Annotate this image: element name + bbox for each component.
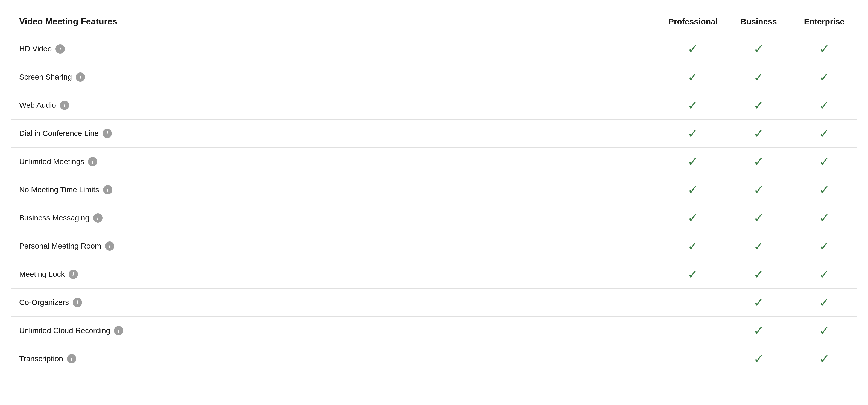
table-row: Transcriptioni✓✓ [11, 345, 857, 373]
business-check-web-audio: ✓ [726, 91, 792, 120]
professional-check-unlimited-cloud-recording [660, 317, 726, 345]
feature-cell-hd-video: HD Videoi [11, 35, 660, 63]
table-row: Unlimited Cloud Recordingi✓✓ [11, 317, 857, 345]
feature-label-hd-video: HD Video [19, 44, 52, 53]
info-icon-no-meeting-time-limits[interactable]: i [103, 185, 112, 194]
business-check-co-organizers: ✓ [726, 288, 792, 317]
business-check-screen-sharing: ✓ [726, 63, 792, 91]
professional-check-personal-meeting-room: ✓ [660, 232, 726, 260]
professional-check-dial-in-conference-line: ✓ [660, 120, 726, 148]
info-icon-unlimited-cloud-recording[interactable]: i [114, 326, 123, 335]
business-check-unlimited-meetings: ✓ [726, 148, 792, 176]
table-row: Co-Organizersi✓✓ [11, 288, 857, 317]
feature-label-unlimited-meetings: Unlimited Meetings [19, 157, 84, 166]
feature-cell-dial-in-conference-line: Dial in Conference Linei [11, 120, 660, 148]
business-check-business-messaging: ✓ [726, 204, 792, 232]
feature-cell-business-messaging: Business Messagingi [11, 204, 660, 232]
column-header-business: Business [726, 11, 792, 35]
feature-label-business-messaging: Business Messaging [19, 214, 89, 222]
business-check-transcription: ✓ [726, 345, 792, 373]
column-header-features: Video Meeting Features [11, 11, 660, 35]
business-check-unlimited-cloud-recording: ✓ [726, 317, 792, 345]
info-icon-personal-meeting-room[interactable]: i [105, 242, 114, 251]
feature-cell-no-meeting-time-limits: No Meeting Time Limitsi [11, 176, 660, 204]
info-icon-screen-sharing[interactable]: i [76, 72, 85, 82]
feature-cell-unlimited-meetings: Unlimited Meetingsi [11, 148, 660, 176]
table-row: Personal Meeting Roomi✓✓✓ [11, 232, 857, 260]
table-row: Web Audioi✓✓✓ [11, 91, 857, 120]
professional-check-screen-sharing: ✓ [660, 63, 726, 91]
info-icon-web-audio[interactable]: i [60, 101, 69, 110]
table-row: Unlimited Meetingsi✓✓✓ [11, 148, 857, 176]
feature-label-web-audio: Web Audio [19, 101, 56, 110]
feature-cell-unlimited-cloud-recording: Unlimited Cloud Recordingi [11, 317, 660, 345]
table-row: HD Videoi✓✓✓ [11, 35, 857, 63]
features-table-container: Video Meeting Features Professional Busi… [0, 0, 868, 384]
info-icon-transcription[interactable]: i [67, 354, 76, 364]
feature-label-transcription: Transcription [19, 354, 63, 363]
enterprise-check-unlimited-cloud-recording: ✓ [792, 317, 857, 345]
professional-check-co-organizers [660, 288, 726, 317]
info-icon-meeting-lock[interactable]: i [69, 270, 78, 279]
feature-cell-personal-meeting-room: Personal Meeting Roomi [11, 232, 660, 260]
business-check-personal-meeting-room: ✓ [726, 232, 792, 260]
enterprise-check-business-messaging: ✓ [792, 204, 857, 232]
business-check-meeting-lock: ✓ [726, 260, 792, 288]
business-check-dial-in-conference-line: ✓ [726, 120, 792, 148]
table-row: Dial in Conference Linei✓✓✓ [11, 120, 857, 148]
table-row: Business Messagingi✓✓✓ [11, 204, 857, 232]
enterprise-check-transcription: ✓ [792, 345, 857, 373]
professional-check-unlimited-meetings: ✓ [660, 148, 726, 176]
professional-check-hd-video: ✓ [660, 35, 726, 63]
enterprise-check-web-audio: ✓ [792, 91, 857, 120]
business-check-hd-video: ✓ [726, 35, 792, 63]
feature-cell-web-audio: Web Audioi [11, 91, 660, 120]
feature-cell-transcription: Transcriptioni [11, 345, 660, 373]
info-icon-co-organizers[interactable]: i [73, 298, 82, 307]
table-row: Screen Sharingi✓✓✓ [11, 63, 857, 91]
enterprise-check-no-meeting-time-limits: ✓ [792, 176, 857, 204]
enterprise-check-dial-in-conference-line: ✓ [792, 120, 857, 148]
feature-label-personal-meeting-room: Personal Meeting Room [19, 242, 101, 250]
info-icon-business-messaging[interactable]: i [93, 213, 102, 223]
info-icon-hd-video[interactable]: i [56, 44, 65, 54]
enterprise-check-screen-sharing: ✓ [792, 63, 857, 91]
info-icon-dial-in-conference-line[interactable]: i [102, 129, 112, 138]
feature-label-unlimited-cloud-recording: Unlimited Cloud Recording [19, 326, 110, 335]
feature-label-no-meeting-time-limits: No Meeting Time Limits [19, 185, 99, 194]
column-header-enterprise: Enterprise [792, 11, 857, 35]
info-icon-unlimited-meetings[interactable]: i [88, 157, 97, 166]
feature-cell-co-organizers: Co-Organizersi [11, 288, 660, 317]
enterprise-check-personal-meeting-room: ✓ [792, 232, 857, 260]
feature-label-meeting-lock: Meeting Lock [19, 270, 65, 279]
professional-check-transcription [660, 345, 726, 373]
feature-label-screen-sharing: Screen Sharing [19, 73, 72, 82]
professional-check-web-audio: ✓ [660, 91, 726, 120]
table-row: Meeting Locki✓✓✓ [11, 260, 857, 288]
professional-check-no-meeting-time-limits: ✓ [660, 176, 726, 204]
enterprise-check-hd-video: ✓ [792, 35, 857, 63]
enterprise-check-meeting-lock: ✓ [792, 260, 857, 288]
professional-check-business-messaging: ✓ [660, 204, 726, 232]
column-header-professional: Professional [660, 11, 726, 35]
enterprise-check-unlimited-meetings: ✓ [792, 148, 857, 176]
table-row: No Meeting Time Limitsi✓✓✓ [11, 176, 857, 204]
feature-label-co-organizers: Co-Organizers [19, 298, 69, 307]
feature-label-dial-in-conference-line: Dial in Conference Line [19, 129, 99, 138]
enterprise-check-co-organizers: ✓ [792, 288, 857, 317]
features-table: Video Meeting Features Professional Busi… [11, 11, 857, 373]
feature-cell-meeting-lock: Meeting Locki [11, 260, 660, 288]
professional-check-meeting-lock: ✓ [660, 260, 726, 288]
business-check-no-meeting-time-limits: ✓ [726, 176, 792, 204]
feature-cell-screen-sharing: Screen Sharingi [11, 63, 660, 91]
